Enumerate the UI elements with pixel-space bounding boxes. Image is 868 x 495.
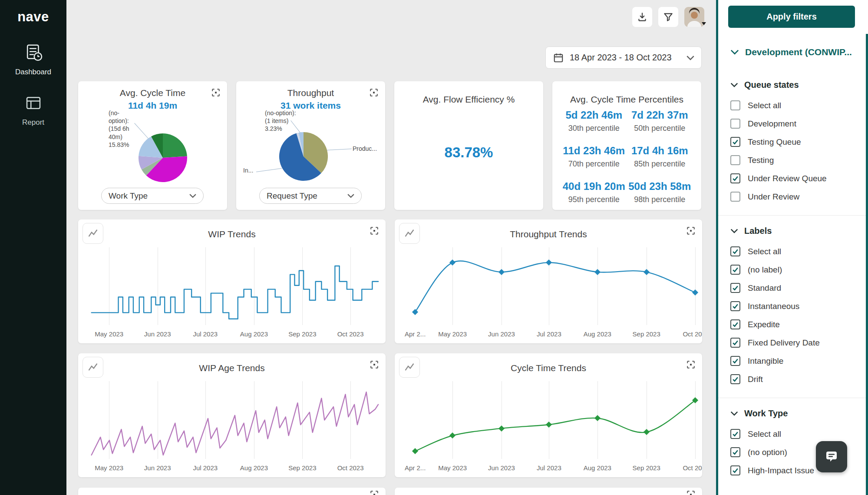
expand-button[interactable] xyxy=(370,88,378,97)
board-title: Development (CONWIP... xyxy=(745,47,852,57)
percentile-value: 7d 22h 37m xyxy=(627,109,693,121)
request-type-dropdown[interactable]: Request Type xyxy=(259,188,362,204)
panel-scrollbar[interactable] xyxy=(866,34,868,495)
filter-section-title: Work Type xyxy=(744,409,788,419)
axis-tick-label: Jun 2023 xyxy=(144,464,171,472)
expand-icon xyxy=(370,226,379,235)
checkbox-checked[interactable] xyxy=(730,173,740,183)
filter-button[interactable] xyxy=(658,7,678,27)
expand-button[interactable] xyxy=(370,360,379,369)
expand-button[interactable] xyxy=(370,490,379,495)
expand-button[interactable] xyxy=(370,226,379,235)
board-selector[interactable]: Development (CONWIP... xyxy=(718,28,868,70)
chevron-down-icon xyxy=(730,411,738,416)
filter-checkbox-item[interactable]: Under Review xyxy=(730,192,861,202)
card-value: 31 work items xyxy=(236,100,385,111)
checkbox-label: Under Review Queue xyxy=(748,174,827,183)
card-title: Avg. Flow Efficiency % xyxy=(394,94,543,105)
expand-button[interactable] xyxy=(686,490,695,495)
filter-checkbox-item[interactable]: (no label) xyxy=(730,265,861,275)
main-topbar xyxy=(66,0,716,34)
checkbox-checked[interactable] xyxy=(730,137,740,147)
filter-checkbox-item[interactable]: Development xyxy=(730,119,861,129)
filter-section-header[interactable]: Work Type xyxy=(730,409,861,419)
checkbox-unchecked[interactable] xyxy=(730,155,740,165)
work-type-dropdown[interactable]: Work Type xyxy=(101,188,204,204)
checkbox-checked[interactable] xyxy=(730,356,740,366)
axis-tick-label: Jun 2023 xyxy=(488,464,515,472)
axis-tick-label: Oct 2023 xyxy=(337,464,364,472)
wip-trends-card: WIP Trends May 2023Jun 2023Jul 2023Aug 2… xyxy=(78,219,386,343)
date-range-picker[interactable]: 18 Apr 2023 - 18 Oct 2023 xyxy=(545,47,702,69)
expand-button[interactable] xyxy=(686,360,695,369)
filter-checkbox-item[interactable]: Standard xyxy=(730,283,861,293)
checkbox-checked[interactable] xyxy=(730,283,740,293)
checkbox-checked[interactable] xyxy=(730,465,740,475)
percentile-item: 17d 4h 16m85th percentile xyxy=(627,145,693,169)
filter-section-header[interactable]: Queue states xyxy=(730,80,861,90)
x-axis-labels: May 2023Jun 2023Jul 2023Aug 2023Sep 2023… xyxy=(83,330,381,339)
percentile-value: 5d 22h 46m xyxy=(561,109,627,121)
chart-title: WIP Age Trends xyxy=(78,363,386,373)
throughput-pie-chart[interactable] xyxy=(279,132,328,181)
checkbox-label: Drift xyxy=(748,375,763,384)
checkbox-label: Select all xyxy=(748,101,781,110)
app-logo[interactable]: nave xyxy=(0,0,66,34)
checkbox-unchecked[interactable] xyxy=(730,192,740,202)
axis-tick-label: Apr 2... xyxy=(405,464,426,472)
leader-line xyxy=(327,149,352,150)
filter-checkbox-item[interactable]: Drift xyxy=(730,374,861,384)
filter-section-title: Queue states xyxy=(744,80,799,90)
summary-cards-row: Avg. Cycle Time 11d 4h 19m (no-option): … xyxy=(78,81,716,210)
checkbox-unchecked[interactable] xyxy=(730,119,740,129)
expand-button[interactable] xyxy=(686,226,695,235)
checkbox-checked[interactable] xyxy=(730,429,740,439)
percentiles-grid: 5d 22h 46m30th percentile7d 22h 37m50th … xyxy=(561,109,693,204)
chevron-down-icon xyxy=(702,22,706,25)
checkbox-checked[interactable] xyxy=(730,265,740,275)
sidebar-item-label: Report xyxy=(22,118,44,127)
filter-checkbox-item[interactable]: Intangible xyxy=(730,356,861,366)
filter-checkbox-item[interactable]: Select all xyxy=(730,429,861,439)
chat-widget-button[interactable] xyxy=(816,441,847,472)
checkbox-label: Testing xyxy=(748,156,774,165)
checkbox-label: Testing Queue xyxy=(748,137,801,147)
checkbox-label: Select all xyxy=(748,247,781,256)
apply-filters-button[interactable]: Apply filters xyxy=(728,6,855,28)
percentile-item: 40d 19h 20m95th percentile xyxy=(561,180,627,204)
download-button[interactable] xyxy=(632,7,652,27)
checkbox-checked[interactable] xyxy=(730,246,740,256)
checkbox-checked[interactable] xyxy=(730,447,740,457)
checkbox-checked[interactable] xyxy=(730,319,740,329)
user-avatar-menu[interactable] xyxy=(684,7,704,27)
filter-checkbox-item[interactable]: Fixed Delivery Date xyxy=(730,338,861,348)
expand-button[interactable] xyxy=(211,88,220,97)
filter-checkbox-item[interactable]: Testing Queue xyxy=(730,137,861,147)
cycle-time-pie-chart[interactable] xyxy=(139,133,187,182)
check-icon xyxy=(732,266,739,273)
percentile-label: 70th percentile xyxy=(561,159,627,169)
filter-checkbox-item[interactable]: Instantaneous xyxy=(730,301,861,311)
chevron-down-icon xyxy=(730,82,738,88)
checkbox-unchecked[interactable] xyxy=(730,100,740,110)
filter-checkbox-item[interactable]: Select all xyxy=(730,246,861,256)
sidebar-item-dashboard[interactable]: Dashboard xyxy=(0,34,66,84)
filter-checkbox-item[interactable]: Select all xyxy=(730,100,861,110)
pie-annotation: (no-option): (1 items) 3.23% xyxy=(265,109,298,133)
checkbox-label: Standard xyxy=(748,283,781,293)
sidebar-item-report[interactable]: Report xyxy=(0,84,66,135)
check-icon xyxy=(732,248,739,255)
percentile-value: 11d 23h 46m xyxy=(561,145,627,157)
filter-section-header[interactable]: Labels xyxy=(730,226,861,236)
checkbox-checked[interactable] xyxy=(730,338,740,348)
checkbox-checked[interactable] xyxy=(730,301,740,311)
chevron-down-icon xyxy=(347,193,354,198)
chart-plot-area xyxy=(83,381,381,459)
checkbox-checked[interactable] xyxy=(730,374,740,384)
filter-checkbox-item[interactable]: Expedite xyxy=(730,319,861,329)
dashboard-content: 18 Apr 2023 - 18 Oct 2023 Avg. Cycle Tim… xyxy=(66,34,716,495)
charts-grid: WIP Trends May 2023Jun 2023Jul 2023Aug 2… xyxy=(78,219,716,477)
filter-checkbox-item[interactable]: Testing xyxy=(730,155,861,165)
filter-checkbox-item[interactable]: Under Review Queue xyxy=(730,173,861,183)
chart-title: WIP Trends xyxy=(78,229,386,239)
